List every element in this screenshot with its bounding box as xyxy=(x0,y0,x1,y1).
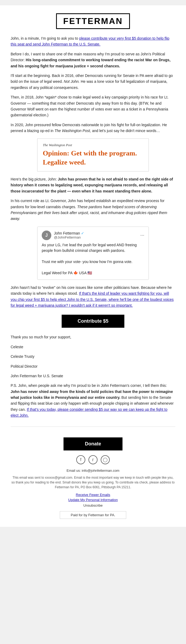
footer-fine-print: This email was sent to xxxxxx@gmail.com.… xyxy=(11,475,175,490)
twitter-letter: 𝕣 xyxy=(92,457,94,462)
email-container: FETTERMAN John, in a minute, I'm going t… xyxy=(0,5,186,527)
intro-paragraph: John, in a minute, I'm going to ask you … xyxy=(11,35,175,47)
closing-line1: Thank you so much for your support, xyxy=(11,334,175,340)
closing-org: John Fetterman for U.S. Senate xyxy=(11,374,63,378)
closing-line4: Political Director xyxy=(11,363,175,369)
tweet-avatar: J xyxy=(42,231,51,240)
verified-icon: ✓ xyxy=(81,231,84,235)
intro-text: John, in a minute, I'm going to ask you … xyxy=(11,36,78,40)
email-signature: Thank you so much for your support, Cele… xyxy=(11,334,175,379)
facebook-letter: f xyxy=(80,457,81,462)
para1-bold: His long-standing commitment to working … xyxy=(11,58,171,68)
footer-donate-wrap: Donate xyxy=(11,437,175,455)
email-header: FETTERMAN xyxy=(11,13,175,29)
closing-title: Political Director xyxy=(11,364,37,368)
ps-intro: P.S. John, when people ask me why I'm pr… xyxy=(11,383,167,388)
facebook-icon[interactable]: f xyxy=(76,455,85,464)
tweet-box: J John Fetterman ✓ @JohnFetterman ··· As… xyxy=(37,227,149,280)
logo-box: FETTERMAN xyxy=(56,13,130,29)
tweet-body: As your LG, I've lead the push for legal… xyxy=(42,242,144,276)
footer-divider xyxy=(11,426,175,427)
contribute-button[interactable]: Contribute $5 xyxy=(62,315,124,328)
paragraph3: Then, in 2018, John *again* chose to mak… xyxy=(11,94,175,118)
cta-button-wrap: Contribute $5 xyxy=(11,315,175,328)
para2-italic: Not John. xyxy=(64,79,80,84)
ps-paragraph: P.S. John, when people ask me why I'm pr… xyxy=(11,383,175,418)
paragraph2: I'll start at the beginning. Back in 201… xyxy=(11,73,175,91)
update-info-link[interactable]: Update My Personal Information xyxy=(11,498,175,502)
closing-name-full: Celeste Trusty xyxy=(11,354,34,359)
para5-intro: Here's the big picture, John: xyxy=(11,177,57,181)
wapo-publication: The Washington Post xyxy=(43,143,143,147)
tweet-name-block: John Fetterman ✓ @JohnFetterman xyxy=(54,231,140,239)
twitter-icon[interactable]: 𝕣 xyxy=(88,455,98,464)
closing-name-first: Celeste xyxy=(11,345,23,349)
closing-line5: John Fetterman for U.S. Senate xyxy=(11,373,175,379)
instagram-icon[interactable]: ◯ xyxy=(101,455,110,464)
footer: Donate f 𝕣 ◯ Email us: info@johnfetterma… xyxy=(11,435,175,519)
wapo-headline: Opinion: Get with the program. Legalize … xyxy=(43,149,143,167)
para4-italic: The Washington Post, xyxy=(54,129,91,133)
tweet-name: John Fetterman ✓ xyxy=(54,231,140,235)
footer-links: Receive Fewer Emails Update My Personal … xyxy=(11,493,175,502)
instagram-letter: ◯ xyxy=(103,457,108,462)
paragraph6: In his current role as Lt. Governor, Joh… xyxy=(11,198,175,222)
closing-line2: Celeste xyxy=(11,344,175,350)
paragraph5: Here's the big picture, John: John has p… xyxy=(11,176,175,194)
tweet-header: J John Fetterman ✓ @JohnFetterman ··· xyxy=(42,231,144,240)
receive-fewer-link[interactable]: Receive Fewer Emails xyxy=(11,493,175,497)
footer-email: Email us: info@johnfetterman.com xyxy=(11,469,175,473)
para4-rest: and let's just say he didn't mince words… xyxy=(92,129,160,133)
tweet-display-name: John Fetterman xyxy=(54,231,80,235)
para3-text: Then, in 2018, John *again* chose to mak… xyxy=(11,95,168,117)
ps-link[interactable]: If that's you today, please consider sen… xyxy=(11,407,167,417)
paragraph4: In 2020, John pressured fellow Democrats… xyxy=(11,122,175,134)
paragraph7: John hasn't had to "evolve" on his core … xyxy=(11,285,175,309)
tweet-more-icon: ··· xyxy=(140,232,144,238)
closing-text1: Thank you so much for your support, xyxy=(11,335,71,339)
wapo-box: The Washington Post Opinion: Get with th… xyxy=(37,138,149,171)
donate-button[interactable]: Donate xyxy=(64,437,122,450)
paragraph1: Before I do, I want to share one of the … xyxy=(11,51,175,69)
social-icons: f 𝕣 ◯ xyxy=(11,455,175,464)
unsubscribe-text: Unsubscribe xyxy=(11,503,175,507)
logo-text: FETTERMAN xyxy=(63,16,123,26)
paid-by-text: Paid for by Fetterman for PA. xyxy=(60,511,126,519)
tweet-handle: @JohnFetterman xyxy=(54,235,140,239)
closing-line3: Celeste Trusty xyxy=(11,354,175,359)
paid-by-wrap: Paid for by Fetterman for PA. xyxy=(11,511,175,519)
